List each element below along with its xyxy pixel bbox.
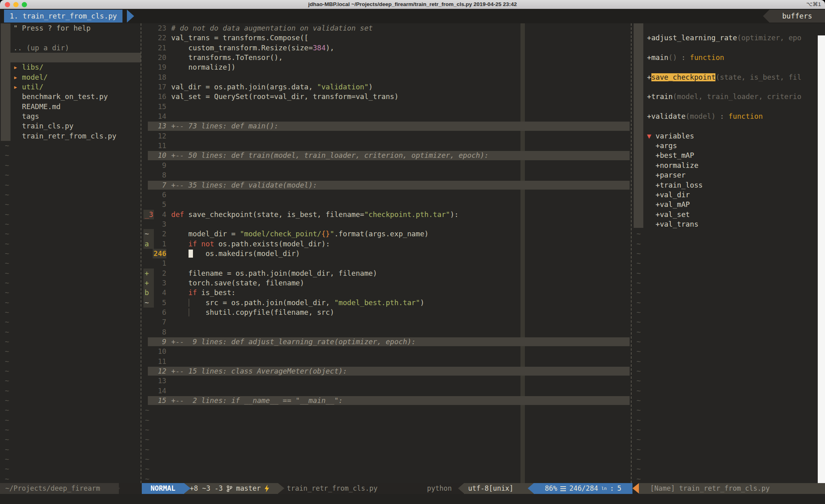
filler-tilde: ~ xyxy=(633,347,818,356)
line-number: 4 xyxy=(153,210,166,219)
tree-root[interactable]: </jdhao/Projects/deep_firear> xyxy=(0,53,141,62)
code-text: custom_transform.Resize(size=384), xyxy=(171,43,334,53)
buffer-tab-1[interactable]: 1. train_retr_from_cls.py xyxy=(4,10,122,23)
tag-val-mAP[interactable]: +val_mAP xyxy=(633,200,818,209)
tag-args[interactable]: +args xyxy=(633,141,818,151)
code-line[interactable]: 12+-- 15 lines: class AverageMeter(objec… xyxy=(143,366,631,376)
code-line[interactable]: ~ 2 model_dir = "model/check_point/{}".f… xyxy=(143,229,631,239)
text-segment: ~ xyxy=(636,406,641,414)
text-segment: ~ xyxy=(145,416,149,424)
minimize-button[interactable] xyxy=(13,2,19,7)
tree-file[interactable]: benchmark_on_test.py xyxy=(0,92,141,101)
code-line[interactable]: 14 xyxy=(143,386,631,396)
tree-file[interactable]: train_retr_from_cls.py xyxy=(0,131,141,141)
tag-main[interactable]: +main() : function xyxy=(633,53,818,62)
code-line[interactable]: 6 shutil.copyfile(filename, src) xyxy=(143,308,631,317)
code-line[interactable]: 10+-- 50 lines: def train(model, train_l… xyxy=(143,151,631,160)
tree-dir-libs[interactable]: ▸ libs/ xyxy=(0,62,141,72)
line-number: 5 xyxy=(153,200,166,209)
code-line[interactable]: 5 xyxy=(143,200,631,209)
code-line[interactable]: 20 transforms.ToTensor(), xyxy=(143,53,631,62)
tag-best-mAP[interactable]: +best_mAP xyxy=(633,151,818,160)
code-line[interactable]: 10 xyxy=(143,347,631,356)
tag-val-trans[interactable]: +val_trans xyxy=(633,219,818,229)
tree-dir-model[interactable]: ▸ model/ xyxy=(0,72,141,82)
code-line[interactable]: 11 xyxy=(143,141,631,151)
code-line[interactable]: 21 custom_transform.Resize(size=384), xyxy=(143,43,631,53)
code-line[interactable]: 1 xyxy=(143,258,631,268)
window-scrollbar[interactable] xyxy=(818,35,825,504)
text-segment: ~ xyxy=(5,279,9,287)
code-line[interactable]: 246 os.makedirs(model_dir) xyxy=(143,249,631,258)
vim-mode-indicator: NORMAL xyxy=(142,483,184,494)
code-line[interactable]: 18 xyxy=(143,72,631,82)
git-branch-name: master xyxy=(236,483,261,494)
text-segment: ~ xyxy=(636,289,641,297)
text-segment: +train_loss xyxy=(647,181,703,189)
vim-command-line[interactable] xyxy=(0,494,825,504)
code-line[interactable]: 16val_set = QuerySet(root=val_dir, trans… xyxy=(143,92,631,101)
text-segment: ~ xyxy=(636,377,641,385)
close-button[interactable] xyxy=(5,2,10,7)
text-segment: + xyxy=(647,73,651,81)
tag-train[interactable]: +train(model, train_loader, criterio> xyxy=(633,92,818,101)
code-line[interactable]: 15+-- 2 lines: if __name__ == "__main__"… xyxy=(143,396,631,405)
code-editor[interactable]: 23# do not do data augmentation on valid… xyxy=(143,23,631,483)
code-line[interactable]: ~ 5 src = os.path.join(model_dir, "model… xyxy=(143,298,631,308)
code-line[interactable]: 15 xyxy=(143,102,631,112)
code-line[interactable]: a 1 if not os.path.exists(model_dir): xyxy=(143,239,631,249)
filler-tilde: ~ xyxy=(633,239,818,249)
code-line[interactable]: + 3 torch.save(state, filename) xyxy=(143,278,631,288)
code-line[interactable]: b 4 if is_best: xyxy=(143,288,631,297)
code-line[interactable]: 9 xyxy=(143,161,631,170)
tree-file[interactable]: train_cls.py xyxy=(0,121,141,131)
tree-file[interactable]: README.md xyxy=(0,102,141,112)
filler-tilde: ~ xyxy=(633,376,818,386)
filler-tilde: ~ xyxy=(0,298,141,308)
code-text: def save_checkpoint(state, is_best, file… xyxy=(171,210,459,219)
code-line[interactable]: 12 xyxy=(143,131,631,141)
code-line[interactable]: 7 xyxy=(143,317,631,327)
code-line[interactable]: 8 xyxy=(143,170,631,180)
tag-parser[interactable]: +parser xyxy=(633,170,818,180)
git-branch-icon xyxy=(226,485,232,492)
tag-save-checkpoint[interactable]: +save_checkpoint(state, is_best, fil> xyxy=(633,72,818,82)
code-line[interactable]: 11 xyxy=(143,357,631,366)
tree-up-dir[interactable]: .. (up a dir) xyxy=(0,43,141,53)
code-line[interactable]: 14 xyxy=(143,112,631,121)
tree-dir-util[interactable]: ▸ util/ xyxy=(0,82,141,92)
code-line[interactable]: 17val_dir = os.path.join(args.data, "val… xyxy=(143,82,631,92)
code-line[interactable]: 23# do not do data augmentation on valid… xyxy=(143,23,631,33)
tag-group-variables[interactable]: ▼ variables xyxy=(633,131,818,141)
text-segment: +best_mAP xyxy=(647,151,694,159)
code-line[interactable]: 22val_trans = transforms.Compose([ xyxy=(143,33,631,43)
text-segment: val_set = QuerySet(root=val_dir, transfo… xyxy=(171,93,398,101)
code-line[interactable]: _3 4def save_checkpoint(state, is_best, … xyxy=(143,210,631,219)
code-line[interactable]: 13+-- 73 lines: def main(): xyxy=(143,121,631,131)
tree-file[interactable]: tags xyxy=(0,112,141,121)
tag-validate[interactable]: +validate(model) : function xyxy=(633,112,818,121)
tag-val-set[interactable]: +val_set xyxy=(633,210,818,219)
tree-help: " Press ? for help xyxy=(0,23,141,33)
tag-adjust-learning-rate[interactable]: +adjust_learning_rate(optimizer, epo> xyxy=(633,33,818,43)
code-line[interactable]: 3 xyxy=(143,219,631,229)
code-line[interactable]: + 2 filename = os.path.join(model_dir, f… xyxy=(143,269,631,278)
tag-normalize[interactable]: +normalize xyxy=(633,161,818,170)
code-line[interactable]: 6 xyxy=(143,190,631,200)
code-line[interactable]: 19 normalize]) xyxy=(143,62,631,72)
code-line[interactable]: 9+-- 9 lines: def adjust_learning_rate(o… xyxy=(143,337,631,347)
zoom-button[interactable] xyxy=(22,2,27,7)
filler-tilde: ~ xyxy=(0,347,141,356)
text-segment: ~ xyxy=(5,446,9,454)
tag-train-loss[interactable]: +train_loss xyxy=(633,180,818,190)
nerdtree-panel[interactable]: " Press ? for help .. (up a dir) </jdhao… xyxy=(0,23,141,483)
tagbar-panel[interactable]: +adjust_learning_rate(optimizer, epo>+ma… xyxy=(633,23,818,483)
tag-val-dir[interactable]: +val_dir xyxy=(633,190,818,200)
code-line[interactable]: 7+-- 35 lines: def validate(model): xyxy=(143,180,631,190)
window-separator-right[interactable] xyxy=(631,23,632,483)
window-separator-left[interactable] xyxy=(141,23,141,483)
code-text: if not os.path.exists(model_dir): xyxy=(171,239,330,249)
code-line[interactable]: 13 xyxy=(143,376,631,386)
line-number: 18 xyxy=(153,72,166,82)
code-line[interactable]: 8 xyxy=(143,327,631,337)
